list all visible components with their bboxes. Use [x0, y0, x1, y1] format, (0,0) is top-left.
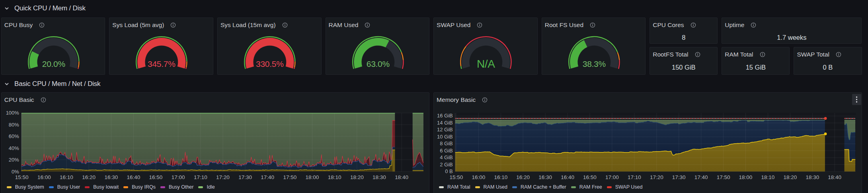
svg-text:17:50: 17:50: [717, 174, 730, 180]
svg-text:17:10: 17:10: [194, 174, 207, 180]
svg-text:17:20: 17:20: [650, 174, 663, 180]
svg-text:16:30: 16:30: [538, 174, 552, 180]
svg-text:16:40: 16:40: [561, 174, 574, 180]
svg-text:63.0%: 63.0%: [366, 59, 389, 68]
svg-text:60%: 60%: [9, 133, 19, 139]
svg-text:20.0%: 20.0%: [42, 59, 65, 68]
svg-text:18:20: 18:20: [784, 174, 797, 180]
svg-text:16:00: 16:00: [37, 174, 51, 180]
svg-text:17:40: 17:40: [694, 174, 708, 180]
svg-text:2 GiB: 2 GiB: [440, 162, 453, 168]
svg-text:16:30: 16:30: [104, 174, 118, 180]
svg-text:16:40: 16:40: [127, 174, 140, 180]
svg-text:17:30: 17:30: [238, 174, 252, 180]
svg-text:16:10: 16:10: [494, 174, 507, 180]
svg-text:17:30: 17:30: [672, 174, 686, 180]
svg-text:17:10: 17:10: [628, 174, 641, 180]
svg-text:17:00: 17:00: [605, 174, 619, 180]
svg-text:100%: 100%: [6, 110, 19, 116]
svg-text:16:50: 16:50: [149, 174, 162, 180]
svg-text:4 GiB: 4 GiB: [440, 154, 453, 160]
svg-text:18:30: 18:30: [373, 174, 386, 180]
svg-text:17:50: 17:50: [283, 174, 296, 180]
svg-text:16 GiB: 16 GiB: [437, 113, 453, 119]
svg-text:8 GiB: 8 GiB: [440, 140, 453, 146]
svg-text:10 GiB: 10 GiB: [437, 134, 453, 140]
svg-text:38.3%: 38.3%: [582, 59, 605, 68]
svg-text:17:20: 17:20: [216, 174, 230, 180]
svg-text:N/A: N/A: [477, 58, 495, 70]
svg-text:16:20: 16:20: [516, 174, 530, 180]
svg-text:16:20: 16:20: [82, 174, 96, 180]
svg-text:18:10: 18:10: [328, 174, 341, 180]
svg-text:16:00: 16:00: [472, 174, 486, 180]
svg-text:17:00: 17:00: [171, 174, 185, 180]
svg-text:20%: 20%: [9, 157, 19, 163]
svg-text:15:50: 15:50: [15, 174, 28, 180]
svg-text:18:30: 18:30: [806, 174, 819, 180]
svg-text:15:50: 15:50: [450, 174, 463, 180]
svg-text:16:50: 16:50: [583, 174, 597, 180]
svg-text:6 GiB: 6 GiB: [440, 148, 453, 154]
svg-text:40%: 40%: [9, 145, 19, 151]
svg-text:80%: 80%: [9, 122, 19, 128]
svg-text:18:00: 18:00: [305, 174, 319, 180]
svg-text:330.5%: 330.5%: [256, 59, 283, 68]
svg-text:0 B: 0 B: [445, 168, 453, 174]
svg-text:16:10: 16:10: [60, 174, 73, 180]
svg-text:14 GiB: 14 GiB: [437, 120, 453, 126]
svg-text:345.7%: 345.7%: [148, 59, 175, 68]
svg-text:18:40: 18:40: [828, 174, 841, 180]
svg-text:0%: 0%: [12, 169, 19, 175]
svg-text:18:10: 18:10: [761, 174, 775, 180]
svg-text:18:40: 18:40: [395, 174, 408, 180]
svg-text:12 GiB: 12 GiB: [437, 127, 453, 133]
svg-text:18:00: 18:00: [739, 174, 753, 180]
svg-text:17:40: 17:40: [261, 174, 274, 180]
svg-text:18:20: 18:20: [350, 174, 364, 180]
